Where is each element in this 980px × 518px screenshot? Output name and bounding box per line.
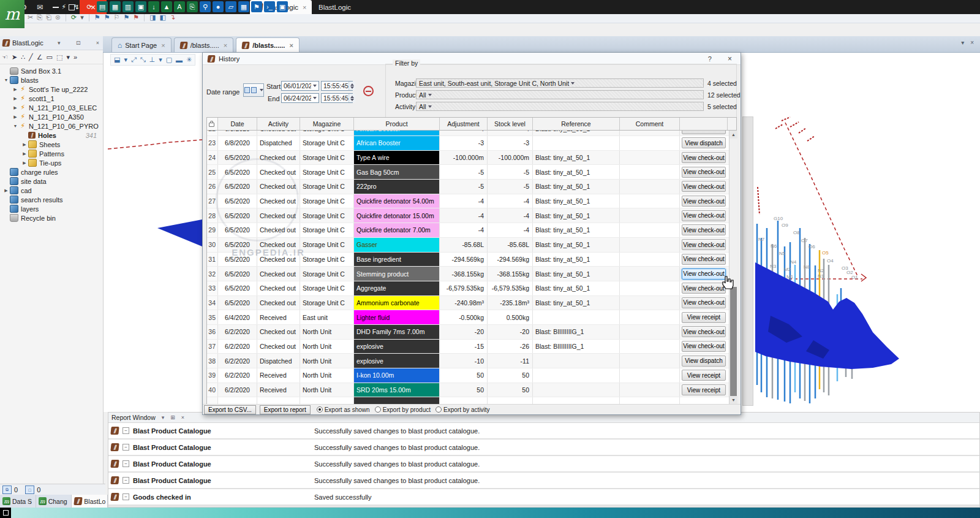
close-tab-icon[interactable]: × [303, 4, 306, 11]
toolbar-icon[interactable]: ⚑ [123, 13, 129, 21]
view-check-out-button[interactable]: View check-out [682, 254, 726, 265]
viewport-tool-icon[interactable]: ▾ [159, 56, 162, 64]
select-tool-icon[interactable]: ▾ [66, 53, 70, 61]
column-header-activity[interactable]: Activity [257, 118, 300, 130]
report-entry[interactable]: ∥ − Blast Product Catalogue Successfully… [108, 456, 979, 473]
toolbar-icon[interactable]: ⊗ [55, 13, 61, 21]
app-tab-blastlogic-2[interactable]: BlastLogic [314, 0, 356, 14]
report-entry[interactable]: ∥ − Goods checked in Saved successfully [108, 489, 979, 506]
collapse-entry-icon[interactable]: − [123, 493, 129, 500]
column-header-product[interactable]: Product [354, 118, 440, 130]
panel-menu-icon[interactable]: ▾ [56, 40, 62, 46]
toolbar-icon[interactable]: ⟳ [71, 13, 77, 21]
mail-icon[interactable]: ✉ [32, 0, 48, 14]
toolbar-icon[interactable]: ▲ [161, 1, 172, 12]
tree-item-patterns[interactable]: ▶ Patterns [0, 149, 103, 158]
radio-export-as-shown[interactable]: Export as shown [317, 406, 375, 413]
close-panel-icon[interactable]: × [95, 40, 100, 46]
tree-expander-icon[interactable]: ▼ [2, 78, 10, 82]
tree-item-n-121-p10-03-elec[interactable]: ▶ ⚡ N_121_P10_03_ELEC [0, 103, 103, 112]
remove-filter-icon[interactable] [363, 86, 374, 96]
table-row[interactable]: 326/5/2020Checked outStorage Unit CStemm… [207, 267, 736, 281]
viewport-tool-icon[interactable]: ▬ [176, 56, 183, 64]
collapse-entry-icon[interactable]: − [123, 444, 129, 451]
view-check-out-button[interactable]: View check-out [682, 152, 726, 163]
export-report-button[interactable]: Export to report [260, 405, 311, 414]
toolbar-icon[interactable]: ▦ [238, 1, 249, 12]
toolbar-icon[interactable]: ▾ [80, 13, 84, 21]
view-check-out-button[interactable]: View check-out [682, 181, 726, 192]
tree-item-search-results[interactable]: search results [0, 195, 103, 204]
magazines-dropdown[interactable]: East unit, South-east unit, Storage Unit… [416, 78, 704, 88]
table-row[interactable]: 316/5/2020Checked outStorage Unit CBase … [207, 253, 736, 267]
table-row[interactable] [207, 397, 736, 404]
toolbar-icon[interactable]: ▱ [225, 1, 236, 12]
radio-icon[interactable] [375, 406, 381, 413]
column-header-date[interactable]: Date [218, 118, 257, 130]
tree-item-cad[interactable]: ▶ cad [0, 186, 103, 195]
collapse-entry-icon[interactable]: − [123, 460, 129, 467]
toolbar-icon[interactable]: ⚲ [200, 1, 211, 12]
viewport-tool-icon[interactable]: ▾ [124, 56, 127, 64]
close-dialog-icon[interactable]: × [724, 55, 736, 63]
view-check-out-button[interactable]: View check-out [682, 283, 726, 294]
table-row[interactable]: 406/2/2020ReceivedNorth UnitSRD 20ms 15.… [207, 383, 736, 398]
pin-icon[interactable]: ⊡ [75, 40, 82, 46]
tree-item-sand-box-3-1[interactable]: Sand Box 3.1 [0, 66, 103, 75]
bottom-tab-data-s[interactable]: m Data S [0, 495, 36, 508]
table-scrollbar-thumb[interactable] [730, 287, 737, 403]
view-check-out-button[interactable]: View check-out [682, 269, 726, 280]
view-check-out-button[interactable]: View check-out [682, 341, 726, 352]
toolbar-icon[interactable]: ↯ [71, 1, 82, 12]
tree-expander-icon[interactable]: ▶ [21, 161, 28, 166]
select-tool-icon[interactable]: ∴ [21, 53, 25, 61]
toolbar-icon[interactable]: ↓ [148, 1, 159, 12]
toolbar-icon[interactable]: ⚑ [94, 13, 100, 21]
table-row[interactable]: 376/2/2020Checked outNorth Unitexplosive… [207, 340, 736, 354]
scroll-up-icon[interactable]: ▲ [729, 131, 737, 139]
select-tool-icon[interactable]: ☜ [2, 53, 8, 61]
table-row[interactable]: 296/5/2020Checked outStorage Unit CQuick… [207, 223, 736, 238]
toolbar-icon[interactable]: ⚑ [251, 1, 262, 12]
help-icon[interactable]: ? [699, 55, 720, 63]
collapse-icon[interactable]: ▾ [162, 414, 165, 421]
column-header-adjustment[interactable]: Adjustment [440, 118, 488, 130]
radio-export-by-product[interactable]: Export by product [375, 406, 435, 413]
tree-expander-icon[interactable]: ▶ [12, 115, 19, 120]
scroll-down-icon[interactable]: ▼ [729, 396, 737, 404]
tree-item-charge-rules[interactable]: charge rules [0, 167, 103, 177]
table-row[interactable]: 356/4/2020ReceivedEast unitLighter fluid… [207, 310, 736, 325]
tree-item-layers[interactable]: layers [0, 204, 103, 213]
document-tab[interactable]: ⌂ Start Page × [111, 37, 172, 52]
viewport-tool-icon[interactable]: ⊥ [149, 56, 156, 64]
toolbar-icon[interactable]: ↴ [170, 13, 175, 21]
table-row[interactable]: 276/5/2020Checked outStorage Unit CQuick… [207, 194, 736, 209]
toolbar-icon[interactable]: ⚑ [104, 13, 110, 21]
toolbar-icon[interactable]: ⎘ [37, 13, 42, 21]
table-scrollbar[interactable]: ▲ ▼ [729, 131, 737, 404]
column-header-magazine[interactable]: Magazine [300, 118, 354, 130]
tree-item-scott1-1[interactable]: ▶ ⚡ scott1_1 [0, 94, 103, 103]
table-row[interactable]: 386/2/2020DispatchedNorth Unitexplosive-… [207, 354, 736, 368]
column-header-stock-level[interactable]: Stock level [488, 118, 533, 130]
tree-item-n-121-p10-a350[interactable]: ▶ ⚡ N_121_P10_A350 [0, 112, 103, 121]
start-time-spinner[interactable]: 15:55:45 [321, 81, 353, 91]
table-row[interactable]: 366/2/2020Checked outNorth UnitDHD Famil… [207, 325, 736, 340]
view-check-out-button[interactable]: View check-out [682, 210, 726, 221]
toolbar-icon[interactable]: ⎗ [46, 13, 51, 21]
dialog-title-bar[interactable]: ∥ History ? × [203, 53, 741, 65]
radio-icon[interactable] [317, 406, 323, 413]
view-check-out-button[interactable]: View check-out [682, 167, 726, 178]
document-tab[interactable]: ∥ /blasts...... × [236, 37, 300, 52]
close-document-icon[interactable]: × [970, 39, 974, 46]
background-scrollbar[interactable] [742, 116, 753, 406]
toolbar-icon[interactable]: ▣ [135, 1, 146, 12]
tree-item-holes[interactable]: ∥ Holes 341 [0, 131, 103, 140]
toolbar-icon[interactable]: ⟳ [84, 1, 95, 12]
close-tab-icon[interactable]: × [289, 42, 293, 49]
toolbar-icon[interactable]: ⎘ [187, 1, 198, 12]
activity-type-dropdown[interactable]: All [416, 102, 704, 111]
toolbar-icon[interactable]: ✂ [28, 13, 33, 21]
select-tool-icon[interactable]: ╱ [29, 53, 33, 61]
viewport-tool-icon[interactable]: ⬓ [114, 56, 120, 64]
